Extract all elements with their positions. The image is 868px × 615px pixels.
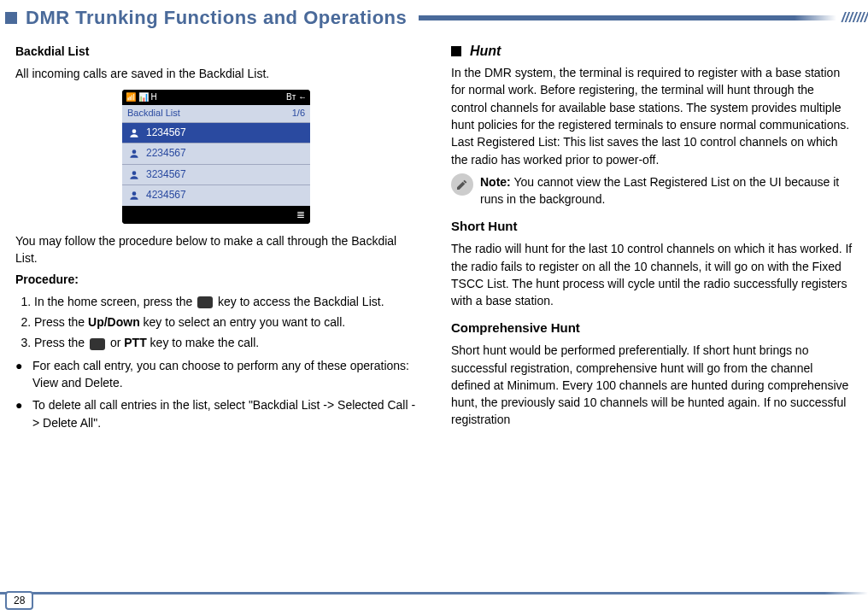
header-square-icon — [5, 12, 17, 24]
step-text: Press the — [34, 336, 88, 349]
section-square-icon — [451, 46, 461, 56]
person-icon — [127, 190, 141, 202]
hunt-body-text: In the DMR system, the terminal is requi… — [451, 64, 853, 168]
bullet-item: For each call entry, you can choose to p… — [15, 357, 417, 392]
svg-point-1 — [132, 149, 137, 154]
person-icon — [127, 127, 141, 139]
procedure-step: Press the Up/Down key to select an entry… — [34, 313, 417, 331]
phone-status-right: Bт ← — [286, 91, 307, 104]
svg-point-2 — [132, 171, 137, 175]
phone-entry: 2234567 — [122, 143, 310, 163]
person-icon — [127, 148, 141, 160]
phone-entry-label: 2234567 — [146, 146, 186, 161]
step-text: Press the — [34, 315, 88, 329]
backdial-key-icon — [197, 296, 213, 308]
backdial-list-heading: Backdial List — [15, 43, 417, 60]
svg-point-0 — [132, 129, 137, 133]
step-text: key to access the Backdial List. — [218, 295, 384, 308]
page-header: DMR Trunking Functions and Operations //… — [0, 0, 868, 31]
comprehensive-hunt-heading: Comprehensive Hunt — [451, 319, 853, 337]
ptt-key-label: PTT — [124, 336, 146, 349]
phone-status-left: 📶 📊 H — [126, 91, 157, 104]
procedure-list: In the home screen, press the key to acc… — [15, 293, 417, 352]
note-label: Note: — [480, 175, 511, 189]
note-row: Note: You cannot view the Last Registere… — [451, 173, 853, 208]
updown-key-label: Up/Down — [88, 315, 140, 329]
bullet-list: For each call entry, you can choose to p… — [15, 357, 417, 431]
procedure-step: Press the or PTT key to make the call. — [34, 334, 417, 351]
phone-entry-label: 4234567 — [146, 188, 186, 202]
phone-screenshot: 📶 📊 H Bт ← Backdial List 1/6 1234567 223… — [122, 90, 310, 224]
right-column: Hunt In the DMR system, the terminal is … — [451, 39, 853, 436]
note-text: Note: You cannot view the Last Registere… — [480, 173, 853, 208]
hunt-heading-row: Hunt — [451, 41, 853, 61]
note-body: You cannot view the Last Registered List… — [480, 175, 839, 206]
procedure-label: Procedure: — [15, 271, 417, 288]
phone-status-bar: 📶 📊 H Bт ← — [122, 90, 310, 106]
phone-title-row: Backdial List 1/6 — [122, 105, 310, 122]
phone-entry: 1234567 — [122, 122, 310, 143]
phone-list-title: Backdial List — [127, 107, 180, 120]
phone-entry-label: 1234567 — [146, 126, 186, 140]
phone-entry: 3234567 — [122, 164, 310, 184]
hunt-heading: Hunt — [470, 41, 501, 61]
short-hunt-body: The radio will hunt for the last 10 cont… — [451, 240, 853, 309]
person-icon — [127, 169, 141, 181]
step-text: or — [110, 336, 124, 349]
step-text: In the home screen, press the — [34, 295, 196, 308]
phone-entry: 4234567 — [122, 184, 310, 205]
step-text: key to select an entry you want to call. — [144, 315, 346, 329]
content-columns: Backdial List All incoming calls are sav… — [0, 31, 868, 436]
step-text: key to make the call. — [150, 336, 260, 349]
header-slashes-icon: /////// — [842, 10, 868, 26]
comprehensive-hunt-body: Short hunt would be performed preferenti… — [451, 342, 853, 428]
svg-point-3 — [132, 191, 137, 196]
left-column: Backdial List All incoming calls are sav… — [15, 39, 417, 436]
follow-text: You may follow the procedure below to ma… — [15, 232, 417, 267]
backdial-intro-text: All incoming calls are saved in the Back… — [15, 65, 417, 82]
note-pencil-icon — [451, 173, 473, 196]
phone-entry-label: 3234567 — [146, 167, 186, 182]
header-bar — [419, 15, 836, 20]
page-number: 28 — [5, 591, 33, 610]
bullet-item: To delete all call entries in the list, … — [15, 396, 417, 431]
phone-menu-bar: ≣ — [122, 206, 310, 224]
menu-icon: ≣ — [296, 208, 305, 220]
short-hunt-heading: Short Hunt — [451, 217, 853, 236]
footer-rule — [0, 592, 868, 594]
header-title: DMR Trunking Functions and Operations — [26, 7, 407, 29]
phone-list-count: 1/6 — [292, 107, 305, 120]
call-key-icon — [90, 338, 105, 350]
procedure-step: In the home screen, press the key to acc… — [34, 293, 417, 310]
